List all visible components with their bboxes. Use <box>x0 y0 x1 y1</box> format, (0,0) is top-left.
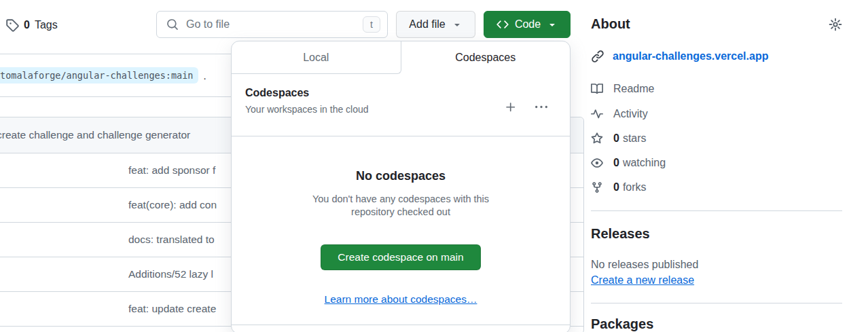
compare-branch-ref: tomalaforge/angular-challenges:main <box>0 67 198 84</box>
search-icon <box>166 18 179 31</box>
tab-codespaces[interactable]: Codespaces <box>401 41 571 74</box>
tag-icon <box>5 18 19 32</box>
link-icon <box>591 50 604 63</box>
add-file-button[interactable]: Add file <box>396 11 475 38</box>
sidebar-divider <box>591 210 842 211</box>
pulse-icon <box>591 108 603 120</box>
create-release-link[interactable]: Create a new release <box>591 274 694 287</box>
releases-heading: Releases <box>591 226 650 242</box>
codespaces-empty-state: No codespaces You don't have any codespa… <box>232 136 570 306</box>
gear-icon[interactable] <box>829 18 842 31</box>
code-button[interactable]: Code <box>484 11 571 38</box>
tags-link[interactable]: 0 Tags <box>5 18 58 33</box>
releases-empty-text: No releases published <box>591 259 698 271</box>
empty-state-title: No codespaces <box>232 168 570 183</box>
packages-heading: Packages <box>591 316 653 332</box>
goto-file-search[interactable]: t <box>156 11 388 38</box>
commit-message-link[interactable]: docs: translated to <box>128 234 215 246</box>
sidebar-item-label: Activity <box>613 108 648 120</box>
fork-icon <box>591 181 603 193</box>
eye-icon <box>591 157 603 169</box>
codespaces-header: Codespaces Your workspaces in the cloud <box>232 74 570 136</box>
branch-status-banner: tomalaforge/angular-challenges:main . <box>0 54 231 97</box>
tab-local[interactable]: Local <box>232 41 401 74</box>
popover-footer-divider <box>232 325 570 325</box>
codespaces-options-button[interactable] <box>535 101 547 113</box>
codespaces-title: Codespaces <box>245 87 556 99</box>
tags-count: 0 <box>24 19 30 31</box>
sidebar-item-label: Readme <box>613 83 654 95</box>
create-codespace-button[interactable]: Create codespace on main <box>321 244 480 270</box>
sidebar-item-stars[interactable]: 0 stars <box>591 131 647 146</box>
chevron-down-icon <box>547 19 558 30</box>
sidebar-item-readme[interactable]: Readme <box>591 81 654 96</box>
add-file-label: Add file <box>409 18 445 31</box>
sidebar-item-watching[interactable]: 0 watching <box>591 155 666 170</box>
sidebar-item-label: stars <box>623 132 647 145</box>
sidebar-item-forks[interactable]: 0 forks <box>591 180 647 195</box>
sidebar-item-label: watching <box>623 157 666 169</box>
star-icon <box>591 132 603 145</box>
commit-message-link[interactable]: feat: add sponsor f <box>128 164 215 177</box>
commit-message-link[interactable]: feat: update create <box>128 303 216 315</box>
about-heading: About <box>591 16 630 32</box>
new-codespace-button[interactable] <box>505 101 517 113</box>
code-button-label: Code <box>515 18 541 31</box>
banner-suffix: . <box>203 70 206 81</box>
repo-website-row[interactable]: angular-challenges.vercel.app <box>591 50 768 63</box>
empty-state-description: You don't have any codespaces with this … <box>295 193 506 219</box>
commit-message-link[interactable]: feat(core): add con <box>128 199 217 211</box>
learn-more-link[interactable]: Learn more about codespaces… <box>232 293 570 306</box>
stars-count: 0 <box>613 132 619 145</box>
github-repo-page: 0 Tags t Add file Code tomalaforge/angul… <box>0 0 868 332</box>
sidebar-item-activity[interactable]: Activity <box>591 107 648 122</box>
code-dropdown-popover: Local Codespaces Codespaces Your workspa… <box>231 41 571 332</box>
sidebar-item-label: forks <box>623 181 647 193</box>
popover-tabs: Local Codespaces <box>232 41 570 74</box>
keyboard-shortcut-hint: t <box>363 16 380 33</box>
chevron-down-icon <box>452 19 463 30</box>
sidebar-divider <box>591 303 842 303</box>
watching-count: 0 <box>613 157 619 169</box>
search-input[interactable] <box>179 18 363 31</box>
tags-label: Tags <box>35 19 58 31</box>
book-icon <box>591 83 603 95</box>
forks-count: 0 <box>613 181 619 193</box>
website-link[interactable]: angular-challenges.vercel.app <box>613 50 768 62</box>
commit-message-link[interactable]: Additions/52 lazy l <box>128 268 213 280</box>
code-icon <box>496 18 509 31</box>
latest-commit-message[interactable]: create challenge and challenge generator <box>0 129 190 141</box>
